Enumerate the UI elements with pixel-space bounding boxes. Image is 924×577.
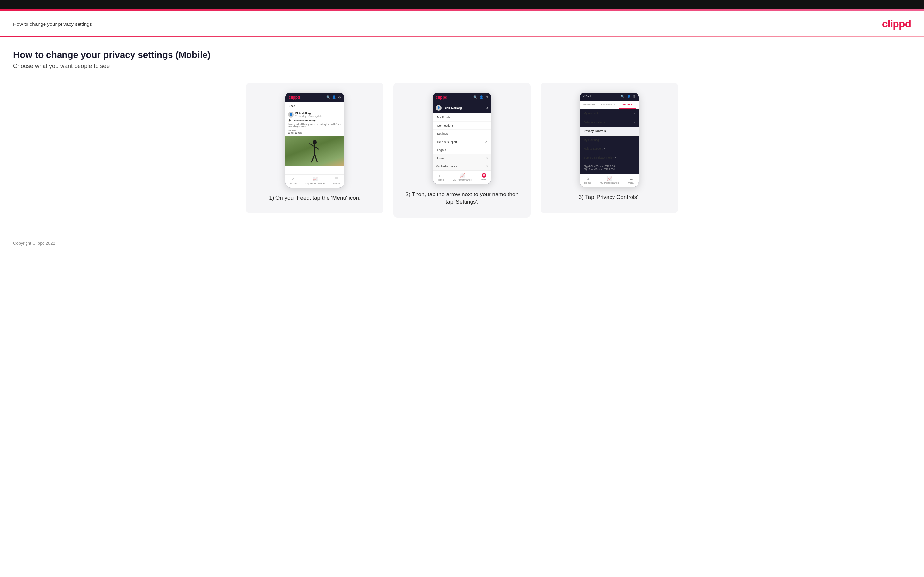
post-user-info: Blair McHarg Yesterday · Sunningdale [296, 112, 322, 118]
home-icon: ⌂ [439, 173, 442, 178]
settings-item-serviceprivacy[interactable]: Service & Privacy Policy ↗ [580, 153, 639, 162]
post-username: Blair McHarg [296, 112, 322, 115]
nav-home: ⌂ Home [289, 177, 296, 185]
step-1-logo: clippd [289, 95, 300, 100]
home-icon: ⌂ [586, 176, 589, 181]
top-bar [0, 0, 924, 9]
svg-line-5 [315, 154, 317, 163]
post-date: Yesterday · Sunningdale [296, 115, 322, 118]
search-icon: 🔍 [473, 95, 477, 99]
menu-item-settings[interactable]: Settings [433, 130, 491, 138]
nav-menu: ☰ Menu [628, 176, 635, 184]
menu-item-myprofile[interactable]: My Profile [433, 113, 491, 122]
settings-item-serviceprivacy-label: Service & Privacy Policy ↗ [584, 156, 616, 159]
user-icon: 👤 [479, 95, 483, 99]
footer: Copyright Clippd 2022 [0, 231, 924, 255]
menu-avatar: 👤 [436, 105, 442, 111]
step-3-phone-footer: ⌂ Home 📈 My Performance ☰ Menu [580, 174, 639, 187]
settings-item-myaccount[interactable]: My Account › [580, 109, 639, 118]
menu-item-myprofile-label: My Profile [437, 116, 450, 119]
step-3-phone: < Back 🔍 👤 ⚙ My Profile Connections Sett… [580, 92, 639, 187]
step-2-caption: 2) Then, tap the arrow next to your name… [401, 190, 523, 206]
chevron-right-icon: › [634, 138, 635, 142]
golfer-silhouette [307, 140, 323, 166]
menu-user-row: 👤 Blair McHarg ∧ [433, 102, 491, 113]
svg-line-4 [312, 154, 315, 163]
chevron-right-icon: › [634, 121, 635, 124]
chevron-right-icon: › [634, 129, 635, 133]
menu-section-home-label: Home [436, 156, 444, 160]
menu-item-logout[interactable]: Logout [433, 146, 491, 154]
nav-menu-label: Menu [481, 178, 487, 181]
main-content: How to change your privacy settings (Mob… [0, 37, 924, 231]
svg-point-0 [313, 140, 317, 145]
chevron-down-icon: ∨ [486, 156, 488, 160]
step-1-card: clippd 🔍 👤 ⚙ Feed 👤 Blair McHarg [246, 83, 383, 214]
header: How to change your privacy settings clip… [0, 11, 924, 36]
home-icon: ⌂ [292, 177, 294, 181]
nav-home: ⌂ Home [584, 176, 591, 184]
tab-connections[interactable]: Connections [598, 101, 619, 109]
settings-icon: ⚙ [338, 95, 341, 99]
settings-item-mygolfbag-label: My Golf Bag [584, 138, 599, 142]
back-label: < Back [583, 95, 591, 98]
settings-item-dataintegrations[interactable]: Data Integrations › [580, 118, 639, 127]
tab-myprofile[interactable]: My Profile [580, 101, 598, 109]
step-3-phone-header: < Back 🔍 👤 ⚙ [580, 92, 639, 101]
nav-menu-close: ✕ Menu [481, 173, 487, 181]
nav-home: ⌂ Home [437, 173, 444, 181]
search-icon: 🔍 [621, 95, 625, 98]
step-1-phone-footer: ⌂ Home 📈 My Performance ☰ Menu [285, 174, 344, 188]
feed-post: 👤 Blair McHarg Yesterday · Sunningdale 🎓… [285, 110, 344, 137]
tab-settings[interactable]: Settings [619, 101, 636, 109]
header-title: How to change your privacy settings [13, 21, 92, 27]
feed-tab: Feed [285, 102, 344, 110]
close-icon: ✕ [481, 173, 486, 177]
page-subheading: Choose what you want people to see [13, 63, 911, 69]
step-2-phone-footer: ⌂ Home 📈 My Performance ✕ Menu [433, 171, 491, 184]
menu-item-helpsupport[interactable]: Help & Support ↗ [433, 138, 491, 146]
settings-item-privacycontrols[interactable]: Privacy Controls › [580, 127, 639, 136]
nav-performance-label: My Performance [452, 179, 472, 181]
post-body-text: Looking to feel like my hands are exitin… [288, 123, 342, 129]
menu-section-home[interactable]: Home ∨ [433, 154, 491, 163]
step-3-icons: 🔍 👤 ⚙ [621, 95, 635, 98]
step-2-card: clippd 🔍 👤 ⚙ 👤 Blair McHarg [393, 83, 531, 218]
step-1-phone-body: Feed 👤 Blair McHarg Yesterday · Sunningd… [285, 102, 344, 174]
step-2-icons: 🔍 👤 ⚙ [473, 95, 488, 99]
performance-icon: 📈 [312, 177, 318, 181]
settings-tabs: My Profile Connections Settings [580, 101, 639, 109]
nav-performance: 📈 My Performance [305, 177, 325, 185]
step-1-phone: clippd 🔍 👤 ⚙ Feed 👤 Blair McHarg [285, 92, 344, 188]
menu-user-left: 👤 Blair McHarg [436, 105, 462, 111]
steps-container: clippd 🔍 👤 ⚙ Feed 👤 Blair McHarg [13, 83, 911, 218]
menu-section-performance[interactable]: My Performance ∨ [433, 163, 491, 171]
nav-performance-label: My Performance [305, 182, 325, 185]
menu-item-connections[interactable]: Connections [433, 122, 491, 130]
nav-performance: 📈 My Performance [600, 176, 619, 184]
step-1-caption: 1) On your Feed, tap the 'Menu' icon. [269, 194, 360, 202]
lesson-icon: 🎓 [288, 119, 291, 122]
menu-section-performance-label: My Performance [436, 165, 457, 168]
settings-item-helpsupport[interactable]: Help & Support ↗ [580, 145, 639, 153]
step-2-logo: clippd [436, 95, 447, 100]
nav-home-label: Home [584, 181, 591, 184]
settings-icon: ⚙ [632, 95, 635, 98]
post-image [285, 136, 344, 166]
post-title-row: 🎓 Lesson with Fordy [288, 119, 342, 122]
settings-item-mygolfbag[interactable]: My Golf Bag › [580, 136, 639, 145]
nav-home-label: Home [289, 182, 296, 185]
step-1-phone-header: clippd 🔍 👤 ⚙ [285, 92, 344, 102]
post-header: 👤 Blair McHarg Yesterday · Sunningdale [288, 112, 342, 118]
menu-item-connections-label: Connections [437, 124, 454, 127]
settings-icon: ⚙ [485, 95, 488, 99]
post-title: Lesson with Fordy [292, 119, 316, 122]
search-icon: 🔍 [326, 95, 330, 99]
logo: clippd [882, 18, 911, 30]
chevron-right-icon: › [634, 112, 635, 115]
nav-menu-label: Menu [333, 182, 340, 185]
svg-line-3 [315, 147, 319, 149]
external-icon: ↗ [485, 140, 487, 143]
menu-username: Blair McHarg [444, 106, 462, 110]
step-1-icons: 🔍 👤 ⚙ [326, 95, 341, 99]
